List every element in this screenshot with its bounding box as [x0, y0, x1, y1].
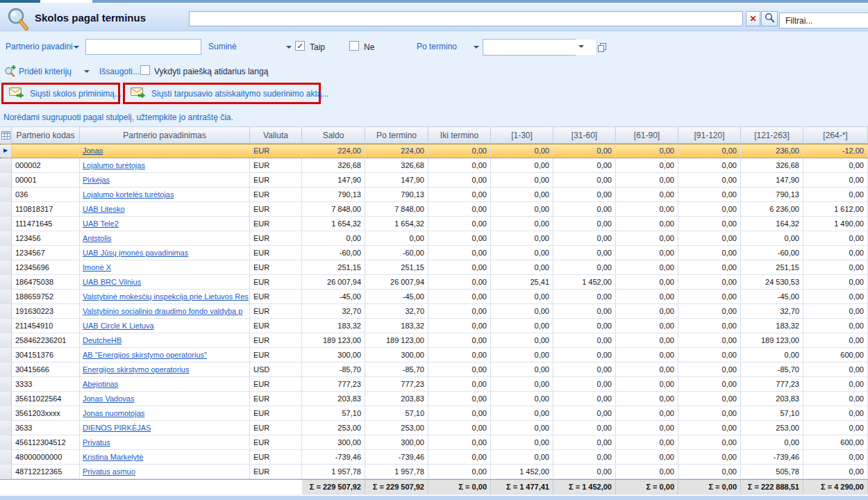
- column-header-po-termino[interactable]: Po termino: [365, 127, 428, 144]
- amount-cell: 0,00: [365, 231, 428, 246]
- partner-name-link[interactable]: Imonė X: [80, 260, 249, 274]
- table-row[interactable]: 258462236201DeutcheHBEUR189 123,00189 12…: [0, 333, 868, 348]
- table-row[interactable]: 186475038UAB BRC VilniusEUR26 007,9426 0…: [0, 275, 868, 290]
- filters-panel-header[interactable]: Filtrai...: [779, 12, 868, 28]
- column-header--264-[interactable]: [264-*]: [803, 127, 868, 144]
- chevron-down-icon[interactable]: [578, 45, 584, 48]
- partner-name-link[interactable]: Jonas nuomotojas: [80, 406, 249, 420]
- partner-name-link[interactable]: Privatus: [80, 435, 249, 449]
- table-row[interactable]: 191630223Valstybinio socialinio draudimo…: [0, 304, 868, 319]
- column-header--1-30-[interactable]: [1-30]: [491, 127, 553, 144]
- table-row[interactable]: 036Lojalumo kortelės turėtojasEUR790,137…: [0, 188, 868, 202]
- partner-name-link[interactable]: Lojalumo turėtojas: [80, 158, 249, 172]
- partner-name-link[interactable]: Jonas: [80, 144, 249, 157]
- partner-name-link[interactable]: DeutcheHB: [80, 333, 249, 347]
- partner-name-link[interactable]: UAB Circle K Lietuva: [80, 319, 249, 333]
- add-criteria-button[interactable]: Pridėti kriterijų: [19, 67, 72, 76]
- table-row[interactable]: 1234567UAB Jūsų įmonės pavadinimasEUR-60…: [0, 246, 868, 260]
- chevron-down-icon[interactable]: [84, 70, 90, 73]
- column-header--91-120-[interactable]: [91-120]: [678, 127, 741, 144]
- run-on-open-label[interactable]: Vykdyti paiešką atidarius langą: [154, 67, 268, 76]
- search-button[interactable]: [761, 11, 778, 26]
- table-row[interactable]: ▶JonasEUR224,00224,000,000,000,000,000,0…: [0, 144, 868, 158]
- partner-name-link[interactable]: Abejotinas: [80, 377, 249, 391]
- amount-cell: 0,00: [678, 173, 741, 188]
- send-debt-reminder-button[interactable]: Siųsti skolos priminimą...: [1, 83, 120, 104]
- table-row[interactable]: 188659752Valstybinė mokesčių inspekcija …: [0, 290, 868, 304]
- summed-yes-checkbox[interactable]: [295, 41, 305, 51]
- copy-icon[interactable]: [596, 40, 607, 55]
- amount-cell: 236,00: [741, 144, 803, 158]
- table-body: ▶JonasEUR224,00224,000,000,000,000,000,0…: [0, 144, 868, 479]
- chevron-down-icon[interactable]: [474, 46, 479, 49]
- partner-name-link[interactable]: Valstybinio socialinio draudimo fondo va…: [80, 304, 249, 318]
- column-header-iki-termino[interactable]: Iki termino: [428, 127, 491, 144]
- partner-name-link[interactable]: Jonas Vadovas: [80, 392, 249, 406]
- table-row[interactable]: 110818317UAB LiteskoEUR7 848,007 848,000…: [0, 202, 868, 217]
- partner-name-link[interactable]: UAB BRC Vilnius: [80, 275, 249, 289]
- table-row[interactable]: 304151376AB "Energijos skirstymo operato…: [0, 348, 868, 362]
- partner-name-link[interactable]: AB "Energijos skirstymo operatorius": [80, 348, 249, 362]
- table-row[interactable]: 000002Lojalumo turėtojasEUR326,68326,680…: [0, 158, 868, 173]
- table-row[interactable]: 35611022564Jonas VadovasEUR203,83203,830…: [0, 392, 868, 406]
- send-reconciliation-act-button[interactable]: Siųsti tarpusavio atsiskaitymo suderinim…: [123, 83, 321, 104]
- chevron-down-icon[interactable]: [74, 46, 79, 49]
- save-search-button[interactable]: Išsaugoti...: [99, 67, 140, 76]
- amount-cell: 0,00: [616, 406, 678, 421]
- amount-cell: 300,00: [365, 348, 428, 362]
- amount-cell: 0,00: [553, 260, 616, 275]
- amount-cell: 0,00: [678, 275, 741, 290]
- partner-code-cell: 3633: [12, 421, 80, 435]
- table-row[interactable]: 12345696Imonė XEUR251,15251,150,000,000,…: [0, 260, 868, 275]
- amount-cell: 0,00: [553, 392, 616, 406]
- partner-name-link[interactable]: Kristina Markelytė: [80, 450, 249, 464]
- partner-name-link[interactable]: Pirkėjas: [80, 173, 249, 187]
- column-header--61-90-[interactable]: [61-90]: [616, 127, 678, 144]
- column-header-valiuta[interactable]: Valiuta: [250, 127, 302, 144]
- table-row[interactable]: 30415666Energijos skirstymo operatoriusU…: [0, 362, 868, 377]
- partner-name-link[interactable]: Energijos skirstymo operatorius: [80, 362, 249, 376]
- amount-cell: 253,00: [365, 421, 428, 435]
- column-header--121-263-[interactable]: [121-263]: [741, 127, 803, 144]
- partner-name-link[interactable]: Valstybinė mokesčių inspekcija prie Liet…: [80, 290, 249, 303]
- amount-cell: 0,00: [553, 465, 616, 479]
- partner-name-link[interactable]: Lojalumo kortelės turėtojas: [80, 188, 249, 201]
- partner-name-filter-input[interactable]: [85, 39, 201, 55]
- partner-name-filter-selector[interactable]: Partnerio pavadini: [6, 42, 73, 51]
- table-row[interactable]: 48712212365Privatus asmuoEUR1 957,781 95…: [0, 465, 868, 479]
- table-row[interactable]: 3333AbejotinasEUR777,23777,230,000,000,0…: [0, 377, 868, 392]
- summed-no-checkbox[interactable]: [349, 41, 359, 51]
- column-header-partnerio-kodas[interactable]: Partnerio kodas: [12, 127, 80, 144]
- summed-yes-label[interactable]: Taip: [310, 42, 325, 52]
- column-header--31-60-[interactable]: [31-60]: [553, 127, 616, 144]
- partner-name-link[interactable]: UAB Tele2: [80, 217, 249, 231]
- partner-name-link[interactable]: Antstolis: [80, 231, 249, 245]
- table-row[interactable]: 00001PirkėjasEUR147,90147,900,000,000,00…: [0, 173, 868, 188]
- column-header-saldo[interactable]: Saldo: [302, 127, 365, 144]
- table-row[interactable]: 3633DIENOS PIRKĖJASEUR253,00253,000,000,…: [0, 421, 868, 435]
- partner-name-link[interactable]: DIENOS PIRKĖJAS: [80, 421, 249, 435]
- table-row[interactable]: 123456AntstolisEUR0,000,000,000,000,000,…: [0, 231, 868, 246]
- grid-icon[interactable]: [0, 127, 12, 144]
- search-input[interactable]: [189, 11, 743, 26]
- clear-search-button[interactable]: ✕: [746, 11, 760, 26]
- run-on-open-checkbox[interactable]: [140, 65, 150, 75]
- amount-cell: 0,00: [491, 173, 553, 188]
- summed-filter-selector[interactable]: Suminė: [208, 42, 237, 51]
- chevron-down-icon[interactable]: [286, 46, 292, 49]
- partner-name-link[interactable]: Privatus asmuo: [80, 465, 249, 478]
- partner-name-link[interactable]: UAB Jūsų įmonės pavadinimas: [80, 246, 249, 260]
- table-row[interactable]: 3561203xxxxJonas nuomotojasEUR57,1057,10…: [0, 406, 868, 421]
- partner-name-link[interactable]: UAB Litesko: [80, 202, 249, 216]
- summed-no-label[interactable]: Ne: [364, 42, 374, 52]
- table-row[interactable]: 211454910UAB Circle K LietuvaEUR183,3218…: [0, 319, 868, 333]
- table-row[interactable]: 48000000000Kristina MarkelytėEUR-739,46-…: [0, 450, 868, 465]
- overdue-filter-selector[interactable]: Po termino: [417, 42, 457, 51]
- partner-name-cell: UAB Tele2: [80, 217, 250, 231]
- row-indicator: ▶: [0, 144, 12, 158]
- amount-cell: 0,00: [803, 188, 868, 202]
- column-header-partnerio-pavadinimas[interactable]: Partnerio pavadinimas: [80, 127, 250, 144]
- amount-cell: 183,32: [365, 319, 428, 333]
- table-row[interactable]: 456112304512PrivatusEUR300,00300,000,000…: [0, 435, 868, 450]
- table-row[interactable]: 111471645UAB Tele2EUR1 654,321 654,320,0…: [0, 217, 868, 231]
